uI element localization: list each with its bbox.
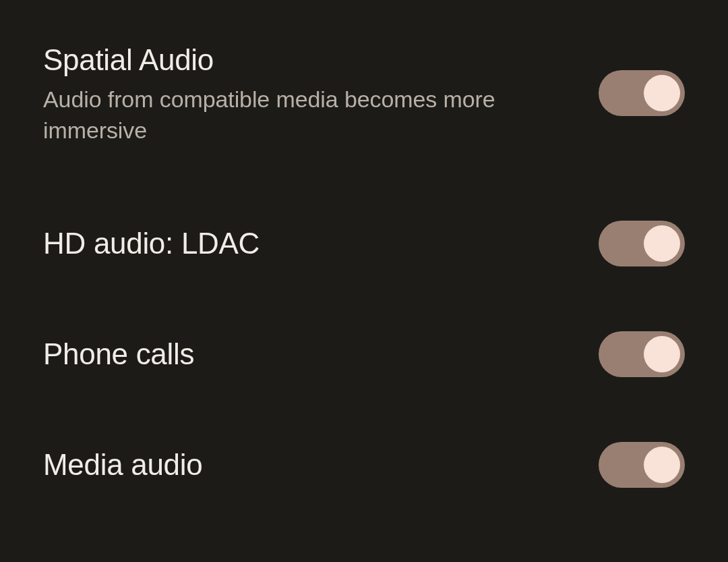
spatial-audio-toggle[interactable] bbox=[599, 70, 685, 116]
setting-text: HD audio: LDAC bbox=[43, 224, 599, 262]
setting-text: Phone calls bbox=[43, 335, 599, 373]
setting-title: Media audio bbox=[43, 445, 572, 484]
toggle-thumb-icon bbox=[644, 75, 680, 111]
setting-row-media-audio[interactable]: Media audio bbox=[43, 423, 685, 507]
setting-text: Media audio bbox=[43, 445, 599, 484]
phone-calls-toggle[interactable] bbox=[599, 331, 685, 377]
setting-row-spatial-audio[interactable]: Spatial Audio Audio from compatible medi… bbox=[43, 32, 685, 161]
toggle-thumb-icon bbox=[644, 225, 680, 262]
hd-audio-toggle[interactable] bbox=[599, 221, 685, 266]
toggle-thumb-icon bbox=[644, 447, 680, 483]
setting-title: Phone calls bbox=[43, 335, 572, 373]
setting-description: Audio from compatible media becomes more… bbox=[43, 84, 572, 146]
spacer bbox=[43, 285, 685, 312]
settings-list: Spatial Audio Audio from compatible medi… bbox=[43, 32, 685, 507]
toggle-thumb-icon bbox=[644, 336, 680, 372]
spacer bbox=[43, 396, 685, 423]
setting-title: HD audio: LDAC bbox=[43, 224, 572, 262]
media-audio-toggle[interactable] bbox=[599, 442, 685, 488]
setting-row-hd-audio[interactable]: HD audio: LDAC bbox=[43, 202, 685, 285]
setting-row-phone-calls[interactable]: Phone calls bbox=[43, 312, 685, 396]
setting-text: Spatial Audio Audio from compatible medi… bbox=[43, 40, 599, 146]
setting-title: Spatial Audio bbox=[43, 40, 572, 79]
